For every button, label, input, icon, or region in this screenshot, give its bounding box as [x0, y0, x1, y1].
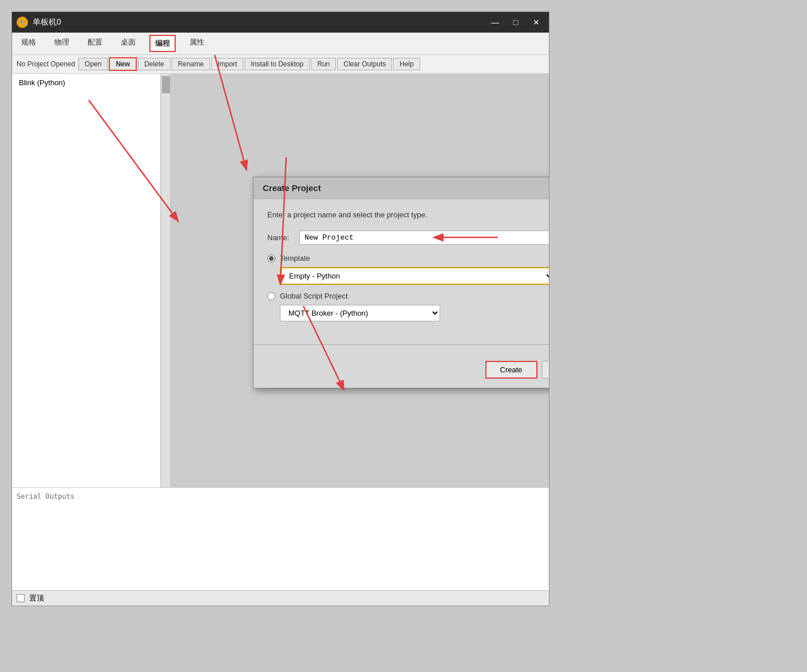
open-button[interactable]: Open	[78, 58, 108, 70]
run-button[interactable]: Run	[311, 58, 336, 70]
modal-description: Enter a project name and select the proj…	[267, 210, 549, 219]
modal-footer: Create Cancel	[254, 354, 549, 388]
global-dropdown[interactable]: MQTT Broker - (Python) HTTP Server - (Py…	[280, 305, 440, 321]
clear-button[interactable]: Clear Outputs	[337, 58, 392, 70]
project-scrollbar[interactable]	[161, 74, 170, 487]
global-select-wrapper: MQTT Broker - (Python) HTTP Server - (Py…	[280, 305, 440, 321]
rename-button[interactable]: Rename	[172, 58, 210, 70]
scrollbar-thumb	[162, 76, 170, 93]
modal-title: Create Project	[263, 183, 549, 193]
window-inner: No Project Opened Open New Delete Rename…	[12, 55, 549, 590]
import-button[interactable]: Import	[211, 58, 243, 70]
name-field-row: Name:	[267, 230, 549, 245]
maximize-button[interactable]: □	[508, 17, 524, 28]
delete-button[interactable]: Delete	[138, 58, 171, 70]
minimize-button[interactable]: —	[487, 17, 503, 28]
app-icon: 🔧	[17, 17, 28, 28]
template-select-wrapper: Empty - Python Blink - Python LED Contro…	[280, 267, 549, 285]
menu-specs[interactable]: 规格	[17, 35, 41, 52]
modal-header: Create Project	[254, 177, 549, 199]
menu-bar: 规格 物理 配置 桌面 编程 属性	[12, 33, 549, 55]
template-radio-label: Template	[280, 254, 310, 263]
template-radio[interactable]	[267, 255, 275, 263]
main-window: 🔧 单板机0 — □ ✕ 规格 物理 配置 桌面 编程 属性 No Projec…	[11, 11, 549, 606]
new-button[interactable]: New	[109, 57, 137, 71]
create-project-dialog: Create Project Enter a project name and …	[253, 177, 549, 388]
window-title: 单板机0	[33, 17, 487, 27]
bottom-bar: 置顶	[12, 590, 549, 606]
menu-config[interactable]: 配置	[83, 35, 107, 52]
canvas-area: D1	[170, 74, 549, 487]
help-button[interactable]: Help	[393, 58, 420, 70]
menu-physics[interactable]: 物理	[50, 35, 74, 52]
install-button[interactable]: Install to Desktop	[244, 58, 310, 70]
create-button[interactable]: Create	[485, 361, 537, 379]
modal-overlay: Create Project Enter a project name and …	[170, 74, 549, 487]
project-name-input[interactable]	[299, 230, 549, 245]
modal-body: Enter a project name and select the proj…	[254, 199, 549, 335]
close-button[interactable]: ✕	[528, 17, 544, 28]
project-status: No Project Opened	[17, 60, 75, 68]
menu-properties[interactable]: 属性	[185, 35, 209, 52]
project-panel: Blink (Python)	[12, 74, 161, 487]
project-item-blink[interactable]: Blink (Python)	[14, 76, 158, 89]
project-list: Blink (Python)	[12, 74, 160, 487]
menu-desktop[interactable]: 桌面	[116, 35, 140, 52]
cancel-button[interactable]: Cancel	[542, 361, 549, 379]
main-content: Blink (Python) D1	[12, 74, 549, 590]
serial-output: Serial Outputs	[12, 487, 549, 590]
serial-output-label: Serial Outputs	[17, 492, 74, 500]
global-radio-label: Global Script Project	[280, 292, 348, 300]
template-radio-row: Template	[267, 254, 549, 263]
name-label: Name:	[267, 233, 295, 242]
panel-row: Blink (Python) D1	[12, 74, 549, 487]
project-panel-container: Blink (Python)	[12, 74, 170, 487]
template-dropdown[interactable]: Empty - Python Blink - Python LED Contro…	[280, 267, 549, 285]
modal-divider	[254, 344, 549, 345]
pin-checkbox[interactable]	[17, 594, 25, 602]
title-bar: 🔧 单板机0 — □ ✕	[12, 12, 549, 33]
global-radio[interactable]	[267, 292, 275, 300]
window-controls: — □ ✕	[487, 17, 544, 28]
toolbar: No Project Opened Open New Delete Rename…	[12, 55, 549, 74]
global-radio-row: Global Script Project	[267, 292, 549, 300]
pin-label: 置顶	[29, 593, 44, 603]
menu-programming[interactable]: 编程	[149, 35, 176, 52]
